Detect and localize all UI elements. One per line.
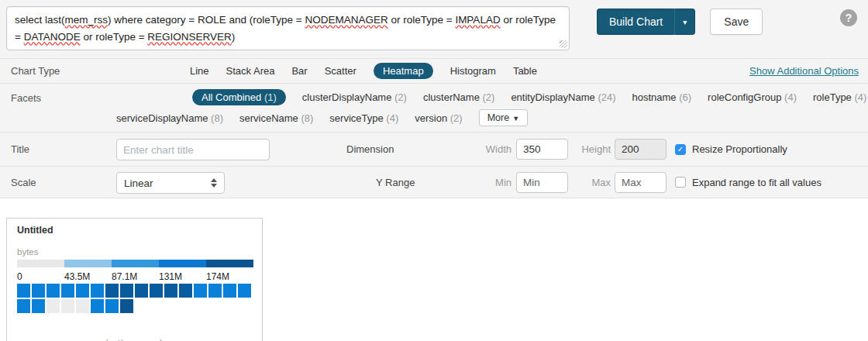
facets-label: Facets [11,92,116,104]
chart-type-option-table[interactable]: Table [513,65,537,77]
heatmap-cell [194,284,207,298]
chart-title-input[interactable] [116,139,270,160]
facet-servicename[interactable]: serviceName (8) [239,112,313,124]
legend-segment [206,260,253,267]
heatmap-legend-gradient [17,260,253,267]
heatmap-unit-label: bytes [17,247,39,257]
title-row: Title Dimension Width Height ✓ Resize Pr… [0,132,868,166]
chart-type-option-bar[interactable]: Bar [291,65,307,77]
heatmap-cell [76,299,89,313]
chart-type-option-scatter[interactable]: Scatter [325,65,356,77]
heatmap-grid [17,284,251,315]
min-input[interactable] [516,172,568,193]
show-additional-options-link[interactable]: Show Additional Options [749,65,859,77]
help-icon[interactable]: ? [840,9,857,26]
heatmap-cell [105,284,119,298]
facet-hostname[interactable]: hostname (6) [632,91,692,103]
save-button[interactable]: Save [710,9,763,35]
heatmap-cell [120,284,133,298]
build-chart-button-group: Build Chart ▾ [597,9,695,35]
facet-lines: All Combined (1)clusterDisplayName (2)cl… [116,89,866,126]
heatmap-cell [32,284,45,298]
heatmap-cell [238,284,251,298]
dimension-label: Dimension [346,143,394,155]
facet-servicedisplayname[interactable]: serviceDisplayName (8) [116,112,223,124]
expand-range-label: Expand range to fit all values [692,177,822,188]
legend-tick-label: 0 [17,271,22,282]
heatmap-cell [17,299,30,313]
expand-range-cluster: Expand range to fit all values [675,177,822,188]
chart-type-option-histogram[interactable]: Histogram [450,65,496,77]
query-text: select last( [15,14,65,26]
chart-type-option-line[interactable]: Line [190,65,209,77]
facet-line-1: All Combined (1)clusterDisplayName (2)cl… [192,89,866,105]
select-stepper-icon [211,178,217,188]
legend-segment [17,260,64,267]
heatmap-cell [135,284,148,298]
heatmap-cell [46,299,60,313]
query-text: or roleType = [388,14,456,26]
heatmap-cell [61,299,74,313]
heatmap-cell [105,299,119,313]
facet-line-2: serviceDisplayName (8)serviceName (8)ser… [116,109,866,126]
legend-tick-label: 43.5M [64,271,90,282]
caret-down-icon: ▼ [512,115,519,122]
chart-preview-card: Untitled bytes 043.5M87.1M131M174M last(… [6,218,263,341]
facet-entitydisplayname[interactable]: entityDisplayName (24) [511,91,615,103]
heatmap-cell [91,284,104,298]
heatmap-row [17,299,251,313]
build-chart-button[interactable]: Build Chart [597,9,674,35]
scale-label: Scale [11,177,116,188]
query-text: ) where category = ROLE and (roleType = [108,14,305,26]
legend-tick-label: 131M [159,271,182,282]
scale-select[interactable]: Linear [116,172,225,194]
facet-version[interactable]: version (2) [415,112,462,124]
chart-type-option-stack-area[interactable]: Stack Area [226,65,275,77]
scale-row: Scale Linear Y Range Min Max Expand rang… [0,166,868,198]
heatmap-cell [150,284,163,298]
max-input[interactable] [615,172,666,193]
heatmap-cell [32,299,45,313]
heatmap-cell [46,284,60,298]
facet-clustername[interactable]: clusterName (2) [423,91,494,103]
facet-roleconfiggroup[interactable]: roleConfigGroup (4) [708,91,797,103]
facet-roletype[interactable]: roleType (4) [813,91,866,103]
chart-type-label: Chart Type [11,65,116,77]
chart-preview-title: Untitled [17,225,53,236]
heatmap-cell [91,299,104,313]
height-input [615,139,666,160]
heatmap-cell [120,299,133,313]
scale-select-value: Linear [124,177,211,189]
width-label: Width [462,143,512,155]
legend-segment [112,260,159,267]
title-label: Title [11,143,116,155]
heatmap-cell [76,284,89,298]
build-chart-dropdown-button[interactable]: ▾ [674,9,695,35]
facet-clusterdisplayname[interactable]: clusterDisplayName (2) [302,91,407,103]
legend-tick-label: 87.1M [112,271,137,282]
legend-segment [159,260,206,267]
heatmap-cell [208,284,222,298]
chart-builder-form: select last(mem_rss) where category = RO… [0,0,868,198]
facets-more-button[interactable]: More▼ [479,109,528,126]
resize-proportionally-checkbox[interactable]: ✓ [675,144,686,155]
query-input[interactable]: select last(mem_rss) where category = RO… [6,6,570,50]
heatmap-cell [164,284,177,298]
query-misspelled-term: mem_rss [65,14,108,26]
max-label: Max [574,177,611,188]
chart-type-row: Chart Type LineStack AreaBarScatterHeatm… [0,58,868,83]
query-misspelled-term: IMPALAD [455,14,500,26]
textarea-resize-grip-icon[interactable] [560,40,567,48]
expand-range-checkbox[interactable] [675,177,686,188]
chart-type-option-heatmap[interactable]: Heatmap [374,63,433,79]
facets-row: Facets All Combined (1)clusterDisplayNam… [0,83,868,132]
query-misspelled-term: REGIONSERVER [147,31,232,43]
chart-type-options: LineStack AreaBarScatterHeatmapHistogram… [190,63,537,79]
heatmap-row [17,284,251,298]
facet-all-combined[interactable]: All Combined (1) [192,89,286,105]
resize-proportionally-cluster: ✓ Resize Proportionally [675,143,787,155]
width-input[interactable] [516,139,568,160]
facet-servicetype[interactable]: serviceType (4) [329,112,398,124]
min-label: Min [470,177,512,188]
resize-proportionally-label: Resize Proportionally [692,143,787,155]
